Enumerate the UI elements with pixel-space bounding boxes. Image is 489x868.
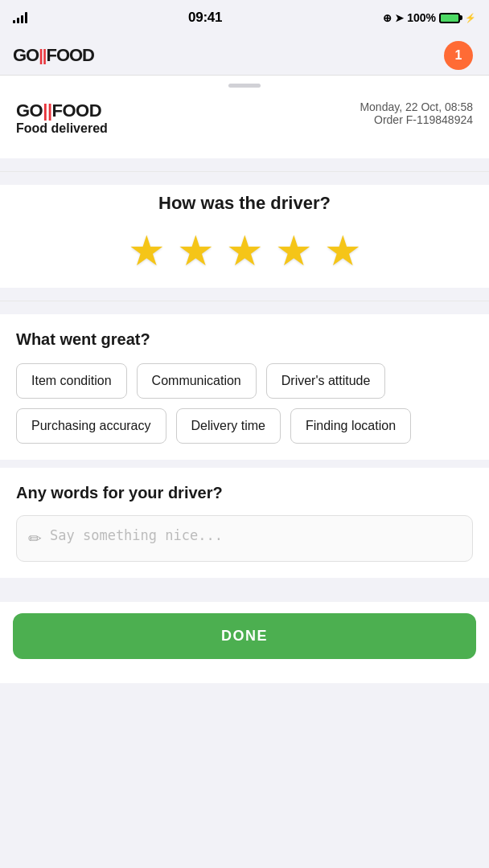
done-button-wrap: DONE [0, 602, 489, 683]
star-1[interactable]: ★ [128, 230, 166, 272]
section-separator [0, 460, 489, 468]
message-input-row[interactable]: ✏ [16, 515, 473, 562]
tag-item-condition[interactable]: Item condition [16, 363, 127, 399]
stars-row[interactable]: ★ ★ ★ ★ ★ [0, 230, 489, 272]
bolt-icon: ⚡ [465, 13, 476, 23]
battery-area: ⊕ ➤ 100% ⚡ [383, 11, 476, 24]
rating-section: How was the driver? ★ ★ ★ ★ ★ [0, 185, 489, 288]
order-meta-right: Monday, 22 Oct, 08:58 Order F-119848924 [360, 100, 473, 126]
tag-delivery-time[interactable]: Delivery time [176, 408, 281, 444]
tag-purchasing-accuracy[interactable]: Purchasing accuracy [16, 408, 166, 444]
tag-drivers-attitude[interactable]: Driver's attitude [266, 363, 386, 399]
battery-icon [439, 13, 460, 23]
order-header: GO||FOOD Food delivered Monday, 22 Oct, … [16, 100, 473, 136]
pencil-icon: ✏ [28, 529, 42, 548]
notification-badge[interactable]: 1 [444, 41, 473, 70]
brand-food: FOOD [52, 100, 102, 121]
rating-question: How was the driver? [0, 193, 489, 214]
brand-forks: || [43, 100, 51, 121]
star-3[interactable]: ★ [226, 230, 264, 272]
drag-handle-area [0, 76, 489, 88]
logo-go: GO [13, 45, 39, 65]
order-brand: GO||FOOD [16, 100, 108, 121]
section-title: What went great? [16, 330, 473, 349]
words-title: Any words for your driver? [16, 484, 473, 502]
star-2[interactable]: ★ [177, 230, 215, 272]
order-info-card: GO||FOOD Food delivered Monday, 22 Oct, … [0, 88, 489, 158]
order-date: Monday, 22 Oct, 08:58 [360, 100, 473, 113]
signal-bars-icon [13, 12, 27, 23]
app-logo: GO||FOOD [13, 45, 94, 66]
order-id: Order F-119848924 [360, 113, 473, 126]
order-brand-area: GO||FOOD Food delivered [16, 100, 108, 136]
drag-handle [228, 84, 261, 88]
what-went-great-section: What went great? Item condition Communic… [0, 314, 489, 460]
star-5[interactable]: ★ [324, 230, 362, 272]
tag-finding-location[interactable]: Finding location [290, 408, 411, 444]
battery-percent: 100% [407, 11, 436, 24]
star-4[interactable]: ★ [275, 230, 313, 272]
message-input[interactable] [50, 527, 461, 550]
done-button[interactable]: DONE [13, 613, 476, 659]
badge-count: 1 [455, 48, 462, 63]
navigation-icon: ➤ [395, 12, 404, 24]
status-time: 09:41 [188, 10, 222, 26]
words-section: Any words for your driver? ✏ [0, 468, 489, 578]
tag-communication[interactable]: Communication [137, 363, 257, 399]
tags-grid: Item condition Communication Driver's at… [16, 363, 473, 444]
header-divider [0, 171, 489, 172]
bottom-spacer [0, 578, 489, 602]
logo-food: FOOD [46, 45, 94, 65]
top-app-bar: GO||FOOD 1 [0, 35, 489, 76]
signal-area [13, 12, 27, 23]
brand-go: GO [16, 100, 43, 121]
order-status: Food delivered [16, 121, 108, 136]
status-bar: 09:41 ⊕ ➤ 100% ⚡ [0, 0, 489, 35]
rating-divider [0, 301, 489, 301]
location-icon: ⊕ [383, 12, 392, 24]
